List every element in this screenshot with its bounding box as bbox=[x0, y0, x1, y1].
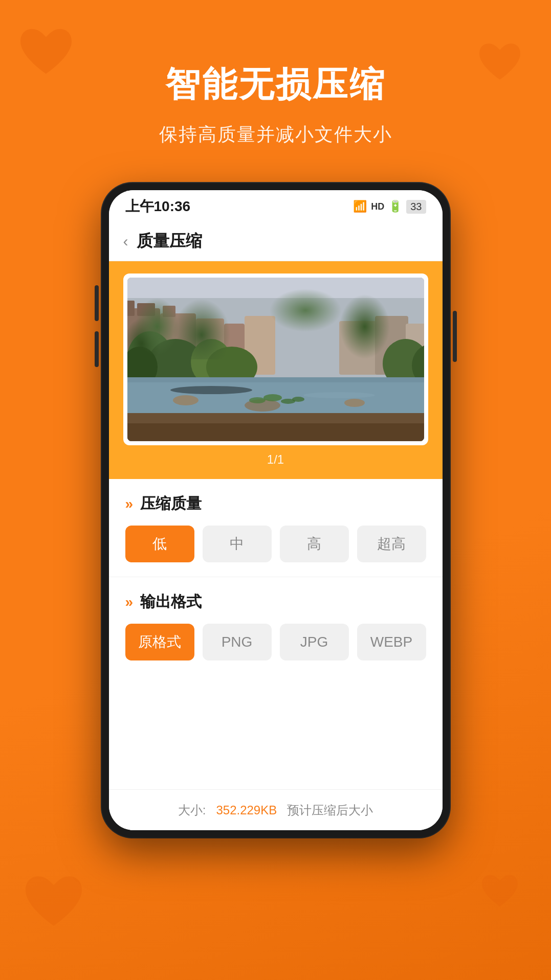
image-counter: 1/1 bbox=[267, 452, 284, 467]
quality-option-low[interactable]: 低 bbox=[125, 526, 194, 562]
section-header-format: » 输出格式 bbox=[125, 591, 426, 612]
format-option-png[interactable]: PNG bbox=[203, 624, 272, 660]
volume-up-button bbox=[95, 285, 99, 321]
app-header: ‹ 质量压缩 bbox=[109, 223, 443, 261]
svg-point-24 bbox=[173, 395, 199, 405]
svg-point-29 bbox=[263, 394, 282, 401]
phone-frame: 上午10:36 📶 HD 🔋 33 ‹ 质量压缩 bbox=[102, 183, 450, 837]
hero-section: 智能无损压缩 保持高质量并减小文件大小 bbox=[0, 0, 551, 168]
battery-label: 33 bbox=[406, 200, 426, 214]
hd-icon: HD bbox=[371, 201, 384, 212]
image-preview-wrapper bbox=[123, 274, 428, 445]
image-preview-section: 1/1 bbox=[109, 261, 443, 479]
svg-rect-6 bbox=[163, 306, 175, 317]
quality-option-high[interactable]: 高 bbox=[280, 526, 349, 562]
section-title-quality: 压缩质量 bbox=[140, 493, 202, 514]
svg-point-22 bbox=[170, 386, 252, 394]
svg-rect-4 bbox=[137, 303, 155, 316]
format-options: 原格式 PNG JPG WEBP bbox=[125, 624, 426, 660]
heart-decoration-bottom-right bbox=[479, 873, 520, 908]
format-option-original[interactable]: 原格式 bbox=[125, 624, 194, 660]
heart-decoration-bottom-left bbox=[20, 873, 87, 929]
output-format-section: » 输出格式 原格式 PNG JPG WEBP bbox=[109, 591, 443, 675]
compression-quality-section: » 压缩质量 低 中 高 超高 bbox=[109, 479, 443, 577]
back-button[interactable]: ‹ bbox=[123, 233, 128, 250]
chevron-quality-icon: » bbox=[125, 496, 134, 512]
app-title: 质量压缩 bbox=[137, 230, 202, 253]
section-title-format: 输出格式 bbox=[140, 591, 202, 612]
svg-rect-21 bbox=[127, 377, 424, 382]
svg-point-26 bbox=[344, 399, 365, 407]
status-bar: 上午10:36 📶 HD 🔋 33 bbox=[109, 190, 443, 223]
power-button bbox=[453, 311, 457, 362]
hero-title: 智能无损压缩 bbox=[0, 61, 551, 108]
file-size: 352.229KB bbox=[216, 803, 277, 817]
svg-rect-10 bbox=[339, 321, 380, 375]
format-option-webp[interactable]: WEBP bbox=[357, 624, 426, 660]
svg-point-23 bbox=[303, 392, 375, 398]
hero-subtitle: 保持高质量并减小文件大小 bbox=[0, 122, 551, 147]
size-prefix: 大小: bbox=[178, 802, 206, 818]
svg-rect-3 bbox=[127, 301, 135, 316]
preview-image[interactable] bbox=[127, 278, 424, 441]
status-icons: 📶 HD 🔋 33 bbox=[353, 200, 426, 214]
quality-option-medium[interactable]: 中 bbox=[203, 526, 272, 562]
section-header-quality: » 压缩质量 bbox=[125, 493, 426, 514]
svg-point-32 bbox=[292, 397, 304, 402]
section-divider bbox=[109, 577, 443, 577]
volume-down-button bbox=[95, 331, 99, 367]
quality-option-ultra[interactable]: 超高 bbox=[357, 526, 426, 562]
format-option-jpg[interactable]: JPG bbox=[280, 624, 349, 660]
bottom-bar: 大小: 352.229KB 预计压缩后大小 bbox=[109, 789, 443, 830]
svg-point-31 bbox=[249, 397, 266, 403]
quality-options: 低 中 高 超高 bbox=[125, 526, 426, 562]
svg-rect-28 bbox=[127, 423, 424, 441]
phone-screen: 上午10:36 📶 HD 🔋 33 ‹ 质量压缩 bbox=[109, 190, 443, 830]
signal-icon: 📶 bbox=[353, 200, 367, 213]
wifi-icon: 🔋 bbox=[388, 200, 402, 213]
chevron-format-icon: » bbox=[125, 594, 134, 610]
size-suffix: 预计压缩后大小 bbox=[287, 802, 373, 818]
status-time: 上午10:36 bbox=[125, 197, 191, 216]
preview-image-inner bbox=[127, 278, 424, 441]
phone-mockup: 上午10:36 📶 HD 🔋 33 ‹ 质量压缩 bbox=[0, 183, 551, 837]
